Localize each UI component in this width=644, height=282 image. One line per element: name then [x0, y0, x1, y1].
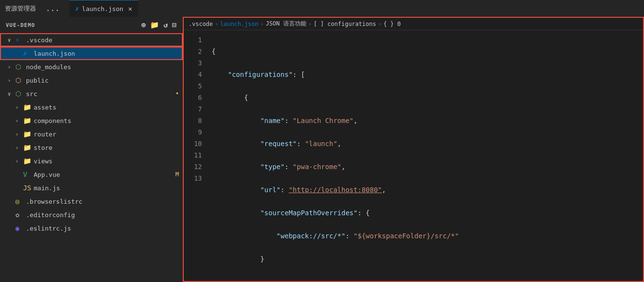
- sidebar-item-views[interactable]: › 📁 views: [0, 154, 183, 168]
- node-modules-label: node_modules: [26, 63, 71, 71]
- breadcrumb-zero: { } 0: [383, 21, 401, 27]
- browserslist-icon: ◎: [15, 197, 24, 205]
- store-icon: 📁: [23, 144, 32, 151]
- code-line-10: }: [212, 253, 643, 265]
- sidebar-item-app-vue[interactable]: V App.vue M: [0, 168, 183, 181]
- code-editor[interactable]: 12345 678910 111213 { "configurations": …: [184, 30, 643, 281]
- components-icon: 📁: [23, 117, 32, 124]
- vue-icon: V: [23, 171, 32, 178]
- public-icon: ⬡: [15, 76, 24, 84]
- vscode-folder-icon: ⚡: [15, 36, 24, 44]
- chevron-right-icon: ›: [8, 64, 15, 70]
- components-label: components: [34, 117, 71, 124]
- chevron-right-icon: ›: [15, 145, 23, 151]
- code-line-11: }: [212, 276, 643, 277]
- chevron-down-icon: ∨: [8, 37, 15, 43]
- src-icon: ⬡: [15, 90, 24, 98]
- launch-json-label: launch.json: [34, 50, 75, 57]
- app-vue-label: App.vue: [34, 171, 60, 178]
- assets-label: assets: [34, 104, 56, 111]
- explorer-title: 资源管理器: [5, 4, 36, 13]
- chevron-right-icon: ›: [15, 118, 23, 124]
- main-area: VUE-DEMO ⊕ 📁 ↺ ⊟ ∨ ⚡ .vscode ✗ launch.js…: [0, 17, 644, 282]
- tab-filename: launch.json: [82, 5, 123, 12]
- sidebar-header: VUE-DEMO ⊕ 📁 ↺ ⊟: [0, 17, 183, 33]
- project-name: VUE-DEMO: [6, 22, 35, 28]
- breadcrumb-sep1: ›: [215, 21, 218, 27]
- src-label: src: [26, 90, 37, 98]
- breadcrumb-sep2: ›: [260, 21, 264, 27]
- more-options[interactable]: ...: [46, 4, 60, 13]
- code-line-7: "url": "http://localhost:8080",: [212, 184, 643, 196]
- editor-area: .vscode › launch.json › JSON 语言功能 › [ ] …: [183, 17, 644, 282]
- sidebar-item-store[interactable]: › 📁 store: [0, 141, 183, 154]
- breadcrumb-configurations: [ ] configurations: [314, 21, 376, 27]
- main-js-label: main.js: [34, 184, 60, 192]
- titlebar: 资源管理器 ... ✗ launch.json ✕: [0, 0, 644, 17]
- js-icon: JS: [23, 184, 32, 192]
- refresh-icon[interactable]: ↺: [164, 21, 168, 29]
- sidebar-actions: ⊕ 📁 ↺ ⊟: [141, 21, 177, 29]
- code-line-3: {: [212, 92, 643, 103]
- router-label: router: [34, 131, 56, 138]
- collapse-icon[interactable]: ⊟: [172, 21, 177, 29]
- node-modules-icon: ⬡: [15, 63, 24, 71]
- breadcrumb-sep3: ›: [308, 21, 312, 27]
- chevron-right-icon: ›: [15, 158, 23, 164]
- sidebar-item-src[interactable]: ∨ ⬡ src •: [0, 87, 183, 100]
- breadcrumb: .vscode › launch.json › JSON 语言功能 › [ ] …: [184, 18, 643, 30]
- code-lines[interactable]: { "configurations": [ { "name": "Launch …: [208, 34, 643, 277]
- new-file-icon[interactable]: ⊕: [141, 21, 146, 29]
- eslint-icon: ◉: [15, 224, 24, 232]
- modified-badge: M: [176, 171, 179, 178]
- breadcrumb-sep4: ›: [378, 21, 381, 27]
- breadcrumb-vscode: .vscode: [189, 21, 213, 27]
- browserslistrc-label: .browserslistrc: [26, 198, 82, 205]
- breadcrumb-json-lang: JSON 语言功能: [266, 20, 306, 28]
- chevron-right-icon: ›: [15, 104, 23, 110]
- src-modified-badge: •: [176, 90, 179, 97]
- chevron-down-icon: ∨: [8, 91, 15, 97]
- sidebar-item-public[interactable]: › ⬡ public: [0, 74, 183, 87]
- sidebar-item-router[interactable]: › 📁 router: [0, 127, 183, 141]
- sidebar-item-launch-json[interactable]: ✗ launch.json: [0, 47, 183, 60]
- sidebar-item-vscode[interactable]: ∨ ⚡ .vscode: [0, 33, 183, 47]
- code-line-2: "configurations": [: [212, 69, 643, 80]
- sidebar-item-editorconfig[interactable]: ✿ .editorconfig: [0, 208, 183, 221]
- breadcrumb-launch: launch.json: [220, 21, 258, 27]
- editorconfig-label: .editorconfig: [26, 211, 75, 219]
- router-icon: 📁: [23, 130, 32, 138]
- new-folder-icon[interactable]: 📁: [150, 21, 160, 29]
- line-numbers: 12345 678910 111213: [184, 34, 208, 277]
- sidebar-item-node-modules[interactable]: › ⬡ node_modules: [0, 60, 183, 74]
- sidebar: VUE-DEMO ⊕ 📁 ↺ ⊟ ∨ ⚡ .vscode ✗ launch.js…: [0, 17, 183, 282]
- chevron-right-icon: ›: [15, 131, 23, 137]
- eslintrc-label: .eslintrc.js: [26, 225, 71, 232]
- store-label: store: [34, 144, 52, 151]
- tab-file-icon: ✗: [75, 5, 79, 12]
- sidebar-item-components[interactable]: › 📁 components: [0, 114, 183, 127]
- editorconfig-icon: ✿: [15, 211, 24, 219]
- tab-close-button[interactable]: ✕: [128, 5, 132, 12]
- code-line-4: "name": "Launch Chrome",: [212, 115, 643, 126]
- public-label: public: [26, 77, 49, 84]
- sidebar-item-main-js[interactable]: JS main.js: [0, 181, 183, 195]
- vscode-folder-label: .vscode: [26, 37, 52, 44]
- views-icon: 📁: [23, 157, 32, 165]
- launch-json-icon: ✗: [23, 49, 32, 57]
- sidebar-item-assets[interactable]: › 📁 assets: [0, 100, 183, 114]
- code-line-9: "webpack://src/*": "${workspaceFolder}/s…: [212, 230, 643, 242]
- code-line-5: "request": "launch",: [212, 138, 643, 149]
- sidebar-item-eslintrc[interactable]: ◉ .eslintrc.js: [0, 221, 183, 235]
- views-label: views: [34, 158, 52, 165]
- code-line-6: "type": "pwa-chrome",: [212, 161, 643, 172]
- assets-icon: 📁: [23, 103, 32, 111]
- editor-tab[interactable]: ✗ launch.json ✕: [69, 0, 138, 17]
- code-line-1: {: [212, 46, 643, 57]
- chevron-right-icon: ›: [8, 77, 15, 84]
- code-line-8: "sourceMapPathOverrides": {: [212, 207, 643, 219]
- sidebar-item-browserslistrc[interactable]: ◎ .browserslistrc: [0, 195, 183, 208]
